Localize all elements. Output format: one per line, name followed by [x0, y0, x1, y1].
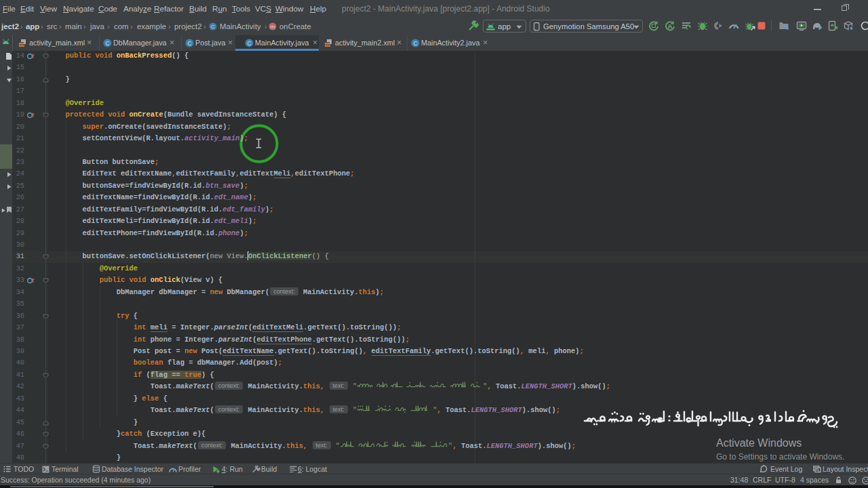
svg-text:C: C: [413, 40, 417, 47]
svg-text:A: A: [668, 23, 672, 30]
svg-text:m: m: [271, 24, 275, 30]
svg-text:C: C: [211, 24, 215, 30]
svg-text:C: C: [105, 40, 109, 47]
svg-text:C: C: [187, 40, 191, 47]
svg-text:C: C: [247, 40, 251, 47]
svg-text:<>: <>: [325, 43, 330, 47]
svg-text:<>: <>: [19, 43, 24, 47]
